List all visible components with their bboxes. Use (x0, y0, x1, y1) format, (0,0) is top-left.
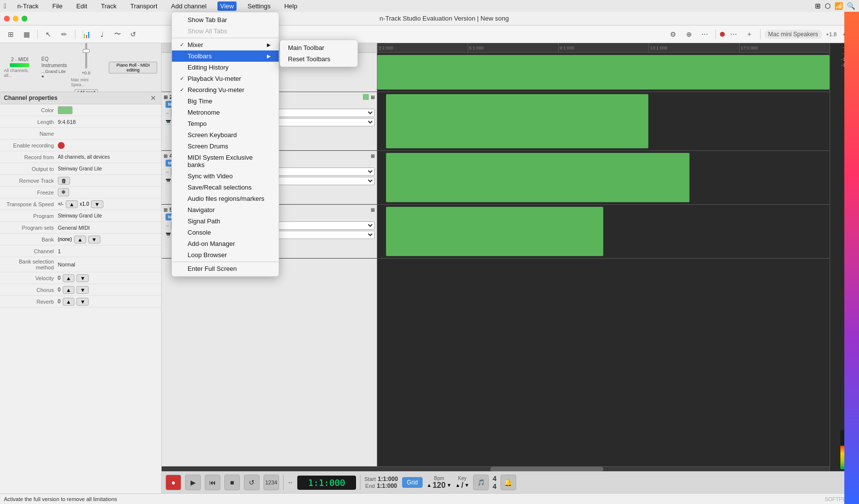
eq-label: EQ (41, 56, 67, 62)
track-block-midi2[interactable] (386, 94, 648, 148)
menu-audio-regions[interactable]: Audio files regions/markers (172, 193, 279, 204)
menu-mixer[interactable]: ✓ Mixer ▶ (172, 39, 279, 50)
menu-loop-browser[interactable]: Loop Browser (172, 249, 279, 261)
menu-file[interactable]: File (49, 1, 66, 11)
prop-color-swatch[interactable] (58, 106, 72, 114)
toolbar-chart-btn[interactable]: ▦ (20, 28, 33, 41)
search-icon[interactable]: 🔍 (847, 2, 855, 10)
menu-playback-vu[interactable]: ✓ Playback Vu-meter (172, 73, 279, 84)
toolbar-grid-btn[interactable]: ⊞ (4, 28, 18, 41)
menu-midi-sysex[interactable]: MIDI System Exclusive banks (172, 152, 279, 170)
key-down-btn[interactable]: ▼ (464, 482, 469, 488)
horizontal-scrollbar[interactable] (162, 466, 830, 471)
tuner-button[interactable]: 🎵 (473, 475, 489, 490)
menu-tempo[interactable]: Tempo (172, 118, 279, 129)
apple-menu[interactable]:  (4, 2, 6, 10)
submenu-main-toolbar[interactable]: Main Toolbar (280, 42, 358, 53)
minimize-button[interactable] (13, 16, 19, 22)
enable-recording-button[interactable] (58, 142, 65, 149)
menu-sync-video[interactable]: Sync with Video (172, 170, 279, 182)
toolbar-wave-btn[interactable]: 〜 (111, 28, 124, 41)
menu-screen-keyboard[interactable]: Screen Keyboard (172, 129, 279, 141)
toolbar-vu-btn[interactable]: 📊 (79, 28, 93, 41)
track-block-1[interactable] (377, 55, 830, 90)
reverb-up-btn[interactable]: ▲ (63, 298, 75, 306)
track-5-expand-icon[interactable]: ⊞ (371, 207, 375, 213)
bluetooth-icon[interactable]: ⬡ (825, 2, 831, 10)
fader-knob[interactable] (83, 49, 90, 53)
track-block-midi5[interactable] (386, 207, 603, 256)
play-button[interactable]: ▶ (185, 475, 201, 490)
toolbar-sep-3 (716, 29, 716, 39)
toolbar-refresh-btn[interactable]: ↺ (126, 28, 140, 41)
toolbar-cursor-btn[interactable]: ↖ (42, 28, 55, 41)
velocity-down-btn[interactable]: ▼ (76, 274, 89, 282)
toolbar-plus-btn[interactable]: ＋ (742, 28, 756, 41)
close-button[interactable] (4, 16, 10, 22)
transpose-down-btn[interactable]: ▼ (91, 200, 103, 208)
menu-help[interactable]: Help (281, 1, 300, 11)
stop-button[interactable]: ■ (224, 475, 240, 490)
submenu-reset-toolbars[interactable]: Reset Toolbars (280, 53, 358, 65)
track-block-midi4[interactable] (386, 153, 689, 202)
bpm-down-btn[interactable]: ▼ (447, 482, 452, 488)
track-2-expand-icon[interactable]: ⊞ (371, 95, 375, 100)
channel-fader[interactable] (85, 43, 87, 69)
bpm-up-btn[interactable]: ▲ (427, 482, 431, 488)
menu-metronome[interactable]: Metronome (172, 107, 279, 118)
wifi-icon[interactable]: 📶 (835, 2, 843, 10)
key-up-btn[interactable]: ▲ (455, 482, 460, 488)
menu-editing-history[interactable]: Editing History (172, 62, 279, 73)
bank-down-btn[interactable]: ▼ (88, 236, 100, 243)
toolbar-more-btn[interactable]: ⋯ (698, 28, 712, 41)
freeze-button[interactable]: ❄ (58, 188, 69, 196)
track-4-expand-icon[interactable]: ⊞ (371, 153, 375, 159)
menu-big-time[interactable]: Big Time (172, 96, 279, 107)
grid-button[interactable]: Grid (402, 477, 423, 488)
fader-db: +0.0 (82, 71, 91, 75)
menu-show-tab-bar[interactable]: Show Tab Bar (172, 14, 279, 25)
record-button[interactable]: ● (166, 475, 181, 490)
menu-toolbars[interactable]: Toolbars ▶ (172, 50, 279, 62)
maximize-button[interactable] (22, 16, 27, 22)
menu-view[interactable]: View (217, 1, 237, 11)
toolbar-settings-btn[interactable]: ⚙ (667, 28, 680, 41)
bpm-value[interactable]: 120 (432, 481, 446, 490)
metronome-button[interactable]: 🔔 (501, 475, 516, 490)
output-device-label[interactable]: Mac mini Speakers (764, 30, 822, 39)
app-menu-ntrack[interactable]: n-Track (14, 1, 42, 11)
menu-addon-manager[interactable]: Add-on Manager (172, 238, 279, 249)
menu-settings[interactable]: Settings (244, 1, 273, 11)
channel-properties-close[interactable]: ✕ (149, 94, 157, 102)
piano-roll-button[interactable]: Piano Roll - MIDI editing (109, 62, 157, 73)
remove-track-button[interactable]: 🗑 (58, 177, 70, 185)
reverb-down-btn[interactable]: ▼ (76, 298, 89, 306)
metronome-count-button[interactable]: 1234 (263, 475, 279, 490)
menu-console[interactable]: Console (172, 227, 279, 238)
menu-add-channel[interactable]: Add channel (168, 1, 209, 11)
menu-edit[interactable]: Edit (73, 1, 90, 11)
toolbar-share-btn[interactable]: ⊕ (682, 28, 696, 41)
toolbar-pencil-btn[interactable]: ✏ (57, 28, 71, 41)
menu-enter-fullscreen[interactable]: Enter Full Screen (172, 263, 279, 274)
control-center-icon[interactable]: ⊞ (815, 2, 821, 10)
menu-track[interactable]: Track (98, 1, 119, 11)
menu-transport[interactable]: Transport (127, 1, 160, 11)
menu-navigator[interactable]: Navigator (172, 204, 279, 216)
scrollbar-thumb[interactable] (490, 467, 603, 472)
toolbar-dot-btn[interactable]: ⋯ (727, 28, 740, 41)
menu-signal-path[interactable]: Signal Path (172, 216, 279, 227)
transpose-up-btn[interactable]: ▲ (66, 200, 78, 208)
loop-button[interactable]: ↺ (244, 475, 260, 490)
velocity-up-btn[interactable]: ▲ (63, 274, 75, 282)
menu-save-recall[interactable]: Save/Recall selections (172, 182, 279, 193)
menu-screen-drums[interactable]: Screen Drums (172, 141, 279, 152)
chorus-up-btn[interactable]: ▲ (63, 286, 75, 294)
toolbar-midi-btn[interactable]: ♩ (95, 28, 109, 41)
chorus-down-btn[interactable]: ▼ (76, 286, 89, 294)
transport-expand-icon[interactable]: ↔ (287, 479, 293, 486)
rewind-button[interactable]: ⏮ (205, 475, 220, 490)
scrollbar-track[interactable] (377, 467, 830, 472)
menu-recording-vu[interactable]: ✓ Recording Vu-meter (172, 84, 279, 96)
bank-up-btn[interactable]: ▲ (74, 236, 86, 243)
